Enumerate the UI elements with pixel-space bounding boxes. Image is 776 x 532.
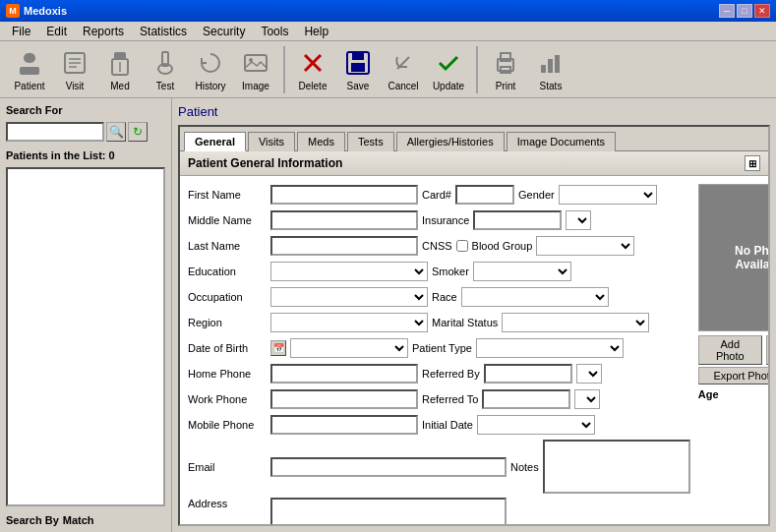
home-phone-input[interactable] xyxy=(270,364,418,384)
menu-file[interactable]: File xyxy=(4,23,38,40)
cnss-checkbox[interactable] xyxy=(456,240,468,252)
cancel-button[interactable]: Cancel xyxy=(382,44,425,94)
test-button[interactable]: Test xyxy=(144,44,187,94)
menu-statistics[interactable]: Statistics xyxy=(132,23,195,40)
refresh-button[interactable]: ↻ xyxy=(128,122,148,142)
maximize-button[interactable]: □ xyxy=(737,4,752,18)
svg-rect-11 xyxy=(245,55,267,71)
patient-type-select[interactable] xyxy=(476,338,624,358)
form-area: Patient General Information ⊞ First Name… xyxy=(180,150,768,524)
email-label: Email xyxy=(188,461,267,473)
address-row: Address xyxy=(188,498,690,524)
blood-group-select[interactable]: A+A- B+B- O+O- AB+AB- xyxy=(536,236,634,256)
insurance-input[interactable] xyxy=(473,210,562,230)
tab-visits[interactable]: Visits xyxy=(248,132,295,151)
last-name-input[interactable] xyxy=(270,236,418,256)
menu-edit[interactable]: Edit xyxy=(38,23,75,40)
dob-calendar-btn[interactable]: 📅 xyxy=(270,340,286,356)
tab-tests[interactable]: Tests xyxy=(347,132,394,151)
delete-button[interactable]: Delete xyxy=(291,44,334,94)
update-icon xyxy=(433,47,464,79)
gender-select[interactable]: Male Female xyxy=(559,185,657,205)
smoker-select[interactable] xyxy=(473,262,571,281)
tab-general[interactable]: General xyxy=(184,132,246,151)
image-button[interactable]: Image xyxy=(234,44,277,94)
card-input[interactable] xyxy=(455,185,514,205)
address-label: Address xyxy=(188,498,267,509)
occupation-select[interactable] xyxy=(270,287,428,307)
mobile-phone-input[interactable] xyxy=(270,415,418,435)
save-button[interactable]: Save xyxy=(336,44,380,94)
visit-button[interactable]: Visit xyxy=(53,44,96,94)
main-layout: Search For 🔍 ↻ Patients in the List: 0 S… xyxy=(0,98,776,532)
race-select[interactable] xyxy=(461,287,609,307)
stats-button[interactable]: Stats xyxy=(529,44,572,94)
photo-section: No PhotoAvailable Add Photo Remove Expor… xyxy=(698,184,768,524)
region-select[interactable] xyxy=(270,313,428,332)
middle-name-input[interactable] xyxy=(270,210,418,230)
search-for-label: Search For xyxy=(6,104,165,116)
notes-textarea[interactable] xyxy=(543,440,690,494)
tab-image-docs[interactable]: Image Documents xyxy=(507,132,616,151)
update-button[interactable]: Update xyxy=(427,44,470,94)
middle-name-row: Middle Name Insurance xyxy=(188,209,690,231)
print-button[interactable]: Print xyxy=(484,44,527,94)
menu-help[interactable]: Help xyxy=(296,23,336,40)
patient-type-label: Patient Type xyxy=(412,342,472,354)
cnss-label: CNSS xyxy=(422,240,452,252)
visit-label: Visit xyxy=(66,81,85,91)
minimize-button[interactable]: ─ xyxy=(719,4,735,18)
patients-list-label: Patients in the List: 0 xyxy=(6,149,165,161)
education-select[interactable] xyxy=(270,262,428,281)
menu-tools[interactable]: Tools xyxy=(253,23,296,40)
mobile-phone-label: Mobile Phone xyxy=(188,419,267,431)
test-label: Test xyxy=(156,81,174,91)
close-button[interactable]: ✕ xyxy=(754,4,770,18)
work-phone-label: Work Phone xyxy=(188,393,267,405)
region-label: Region xyxy=(188,317,267,328)
referred-to-input[interactable] xyxy=(482,389,570,409)
window-controls: ─ □ ✕ xyxy=(719,4,770,18)
smoker-label: Smoker xyxy=(432,266,469,277)
blood-group-label: Blood Group xyxy=(472,240,533,252)
menu-reports[interactable]: Reports xyxy=(75,23,132,40)
marital-status-select[interactable] xyxy=(502,313,649,332)
initial-date-select[interactable] xyxy=(477,415,595,435)
svg-rect-22 xyxy=(548,59,553,73)
save-icon xyxy=(342,47,374,79)
tab-allergies[interactable]: Allergies/Histories xyxy=(396,132,505,151)
med-icon xyxy=(104,47,136,79)
referred-by-select[interactable] xyxy=(576,364,602,384)
med-button[interactable]: Med xyxy=(98,44,142,94)
form-icon[interactable]: ⊞ xyxy=(745,155,760,171)
menu-bar: File Edit Reports Statistics Security To… xyxy=(0,22,776,41)
dob-label: Date of Birth xyxy=(188,342,267,354)
age-label: Age xyxy=(698,388,719,400)
dob-select[interactable] xyxy=(290,338,408,358)
add-photo-button[interactable]: Add Photo xyxy=(698,335,762,365)
referred-by-input[interactable] xyxy=(484,364,572,384)
history-icon xyxy=(195,47,226,79)
history-button[interactable]: History xyxy=(189,44,232,94)
patient-button[interactable]: Patient xyxy=(8,44,51,94)
first-name-input[interactable] xyxy=(270,185,418,205)
patient-header: Patient xyxy=(178,104,770,119)
delete-label: Delete xyxy=(299,81,328,91)
insurance-select[interactable] xyxy=(566,210,591,230)
export-photo-button[interactable]: Export Photo to File xyxy=(698,367,768,384)
remove-button[interactable]: Remove xyxy=(766,335,768,365)
search-input-row: 🔍 ↻ xyxy=(6,122,165,142)
card-label: Card# xyxy=(422,189,451,201)
referred-to-select[interactable] xyxy=(574,389,600,409)
address-textarea[interactable] xyxy=(270,498,507,524)
email-input[interactable] xyxy=(270,457,507,477)
work-phone-input[interactable] xyxy=(270,389,418,409)
test-icon xyxy=(149,47,181,79)
menu-security[interactable]: Security xyxy=(195,23,253,40)
app-icon: M xyxy=(6,4,20,18)
toolbar-separator-2 xyxy=(476,46,478,93)
search-by-label: Search By xyxy=(6,514,59,526)
search-input[interactable] xyxy=(6,122,104,142)
tab-meds[interactable]: Meds xyxy=(297,132,345,151)
search-button[interactable]: 🔍 xyxy=(106,122,126,142)
